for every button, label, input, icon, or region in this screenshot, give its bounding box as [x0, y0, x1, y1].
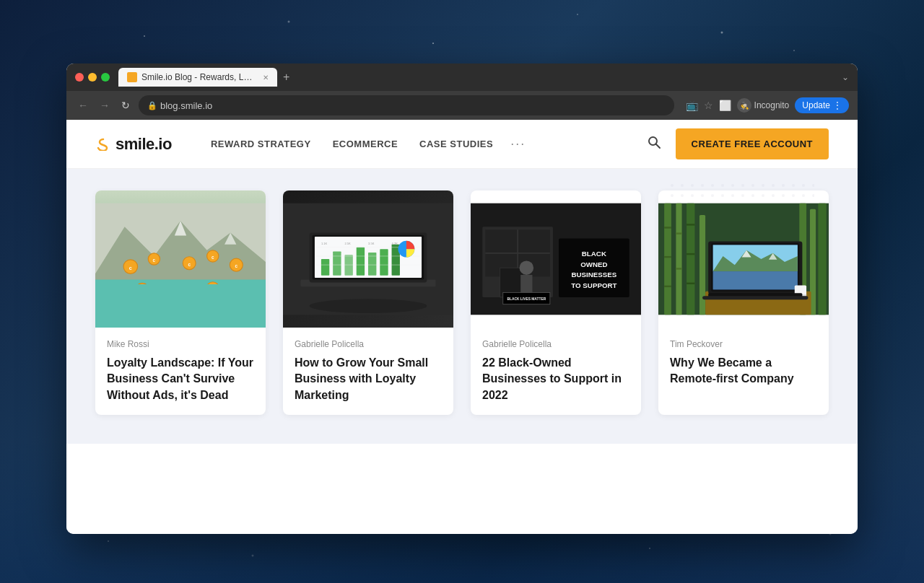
- svg-text:c: c: [176, 293, 180, 299]
- site-navigation: smile.io REWARD STRATEGY ECOMMERCE CASE …: [66, 120, 858, 169]
- svg-point-33: [206, 282, 219, 295]
- update-chevron: ⋮: [833, 100, 842, 110]
- browser-window: Smile.io Blog - Rewards, Loya… ✕ + ⌄ ← →…: [66, 63, 858, 534]
- svg-text:TO SUPPORT: TO SUPPORT: [571, 281, 616, 289]
- svg-rect-84: [676, 232, 681, 234]
- card-4-title: Why We Became a Remote-first Company: [670, 355, 817, 387]
- extensions-icon[interactable]: ⬜: [719, 100, 731, 111]
- card-4-author: Tim Peckover: [670, 339, 817, 349]
- svg-text:c: c: [235, 263, 237, 268]
- incognito-label: Incognito: [754, 100, 790, 110]
- svg-rect-75: [676, 203, 681, 315]
- svg-text:BUSINESSES: BUSINESSES: [571, 271, 616, 279]
- page-content: smile.io REWARD STRATEGY ECOMMERCE CASE …: [66, 120, 858, 534]
- svg-point-35: [235, 289, 250, 304]
- svg-rect-44: [333, 251, 341, 275]
- svg-text:1.1K: 1.1K: [321, 242, 328, 245]
- create-free-account-button[interactable]: CREATE FREE ACCOUNT: [676, 128, 829, 159]
- svg-text:c: c: [240, 294, 243, 300]
- logo-text: smile.io: [116, 135, 172, 154]
- card-3-author: Gabrielle Policella: [482, 339, 629, 349]
- update-button[interactable]: Update ⋮: [795, 97, 849, 113]
- nav-reward-strategy[interactable]: REWARD STRATEGY: [201, 133, 321, 155]
- maximize-window-button[interactable]: [101, 73, 110, 82]
- active-tab[interactable]: Smile.io Blog - Rewards, Loya… ✕: [118, 68, 277, 87]
- svg-rect-85: [676, 268, 681, 269]
- url-bar[interactable]: 🔒 blog.smile.io: [139, 95, 674, 115]
- svg-point-3: [577, 14, 578, 15]
- back-button[interactable]: ←: [75, 98, 91, 113]
- card-3-image: BLACK LIVES MATTER BLACK OWNED BUSINESSE…: [471, 190, 641, 328]
- update-label: Update: [802, 100, 830, 110]
- card-2[interactable]: 1.1K 2.5K 3.5K 4.2K Gabrielle Policella …: [283, 190, 453, 415]
- nav-more-button[interactable]: ···: [505, 131, 531, 157]
- traffic-lights: [75, 73, 110, 82]
- cast-icon: 📺: [686, 100, 698, 111]
- svg-point-2: [432, 43, 434, 44]
- svg-rect-80: [818, 203, 826, 315]
- svg-rect-83: [664, 286, 671, 287]
- svg-text:2.5K: 2.5K: [344, 242, 351, 245]
- bookmark-icon[interactable]: ☆: [704, 100, 713, 111]
- card-1-info: Mike Rossi Loyalty Landscape: If Your Bu…: [95, 328, 266, 415]
- new-tab-button[interactable]: +: [280, 71, 292, 84]
- svg-rect-16: [95, 279, 266, 315]
- card-2-author: Gabrielle Policella: [295, 339, 442, 349]
- svg-text:c: c: [212, 255, 214, 260]
- svg-rect-43: [321, 259, 329, 276]
- svg-point-7: [252, 555, 254, 557]
- card-4-info: Tim Peckover Why We Became a Remote-firs…: [658, 328, 829, 399]
- card-2-title: How to Grow Your Small Business with Loy…: [295, 355, 442, 403]
- search-button[interactable]: [644, 132, 664, 156]
- card-3[interactable]: BLACK LIVES MATTER BLACK OWNED BUSINESSE…: [471, 190, 641, 415]
- nav-links: REWARD STRATEGY ECOMMERCE CASE STUDIES ·…: [201, 131, 644, 157]
- svg-text:c: c: [129, 265, 132, 271]
- svg-point-5: [793, 50, 795, 51]
- card-4-image: [658, 190, 829, 328]
- svg-point-0: [144, 35, 145, 37]
- svg-text:c: c: [141, 288, 144, 294]
- svg-rect-48: [380, 249, 388, 276]
- tab-title: Smile.io Blog - Rewards, Loya…: [141, 72, 256, 82]
- address-bar: ← → ↻ 🔒 blog.smile.io 📺 ☆ ⬜ 🕵 Incognito …: [66, 91, 858, 120]
- svg-rect-87: [687, 253, 694, 255]
- close-window-button[interactable]: [75, 73, 84, 82]
- svg-point-6: [108, 540, 109, 542]
- nav-actions: CREATE FREE ACCOUNT: [644, 128, 829, 159]
- card-3-title: 22 Black-Owned Businesses to Support in …: [482, 355, 629, 403]
- forward-button[interactable]: →: [97, 98, 113, 113]
- svg-point-8: [649, 548, 650, 549]
- svg-rect-46: [357, 247, 365, 276]
- svg-text:c: c: [212, 287, 214, 292]
- svg-text:BLACK LIVES MATTER: BLACK LIVES MATTER: [507, 297, 546, 301]
- svg-rect-82: [664, 256, 671, 258]
- svg-point-64: [520, 260, 534, 275]
- svg-text:c: c: [188, 262, 191, 267]
- tab-bar: Smile.io Blog - Rewards, Loya… ✕ + ⌄: [118, 68, 849, 87]
- nav-case-studies[interactable]: CASE STUDIES: [409, 133, 503, 155]
- card-1-image: c c c c c c: [95, 190, 266, 328]
- card-2-image: 1.1K 2.5K 3.5K 4.2K: [283, 190, 453, 328]
- svg-text:OWNED: OWNED: [580, 260, 607, 268]
- reload-button[interactable]: ↻: [118, 98, 133, 113]
- svg-text:BLACK: BLACK: [582, 250, 606, 258]
- svg-line-11: [655, 144, 660, 149]
- svg-text:3.5K: 3.5K: [368, 242, 375, 245]
- incognito-icon: 🕵: [737, 98, 751, 113]
- card-4[interactable]: Tim Peckover Why We Became a Remote-firs…: [658, 190, 829, 415]
- logo-icon: [95, 138, 111, 151]
- svg-point-31: [170, 286, 185, 302]
- logo-link[interactable]: smile.io: [95, 135, 172, 154]
- svg-text:c: c: [153, 258, 156, 263]
- minimize-window-button[interactable]: [88, 73, 97, 82]
- nav-ecommerce[interactable]: ECOMMERCE: [323, 133, 408, 155]
- card-1[interactable]: c c c c c c: [95, 190, 266, 415]
- tab-close-button[interactable]: ✕: [263, 74, 269, 82]
- svg-rect-77: [699, 215, 705, 315]
- tab-favicon: [127, 72, 137, 82]
- card-1-title: Loyalty Landscape: If Your Business Can'…: [107, 355, 254, 403]
- incognito-button: 🕵 Incognito: [737, 98, 790, 113]
- card-3-info: Gabrielle Policella 22 Black-Owned Busin…: [471, 328, 641, 415]
- svg-rect-76: [687, 203, 694, 315]
- svg-point-4: [721, 32, 723, 34]
